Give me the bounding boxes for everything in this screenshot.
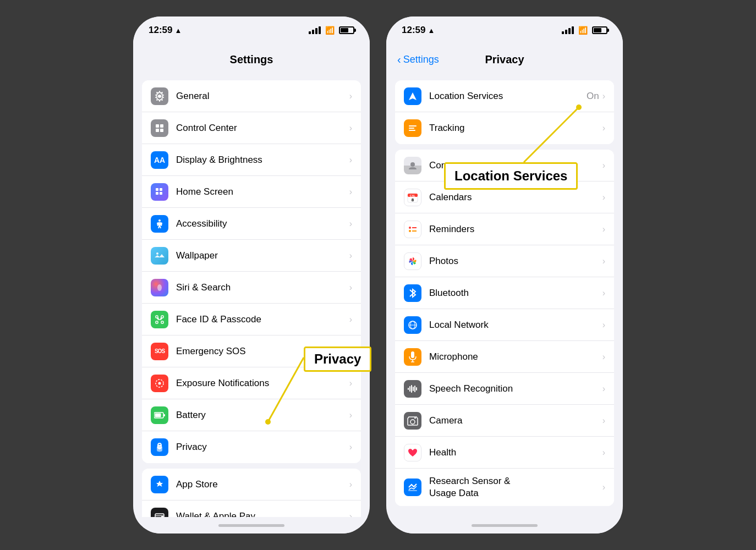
nav-header-right: ‹ Settings Privacy (386, 44, 623, 75)
home-indicator-right (386, 517, 623, 534)
label-microphone: Microphone (429, 351, 602, 362)
settings-item-bluetooth[interactable]: Bluetooth › (395, 277, 614, 309)
label-wallet: Wallet & Apple Pay (176, 511, 349, 517)
settings-scroll-right[interactable]: Location Services On › Tracking › (386, 75, 623, 517)
svg-point-22 (158, 382, 161, 384)
svg-rect-48 (411, 351, 414, 358)
label-display: Display & Brightness (176, 155, 349, 166)
chevron-reminders: › (602, 224, 605, 234)
icon-speech (404, 380, 421, 398)
svg-rect-17 (161, 321, 163, 323)
label-health: Health (429, 447, 602, 458)
svg-point-12 (156, 252, 158, 255)
icon-research (404, 479, 421, 496)
settings-item-privacy[interactable]: Privacy › (142, 431, 361, 463)
settings-item-location-services[interactable]: Location Services On › (395, 80, 614, 112)
label-control-center: Control Center (176, 123, 349, 134)
svg-rect-4 (160, 129, 163, 132)
svg-point-36 (410, 162, 415, 167)
status-right-right: 📶 (562, 26, 607, 35)
label-photos: Photos (429, 256, 602, 267)
nav-back-button[interactable]: ‹ Settings (397, 53, 439, 66)
settings-item-exposure[interactable]: Exposure Notifications › (142, 367, 361, 399)
svg-rect-52 (409, 386, 410, 392)
wifi-icon-right: 📶 (578, 26, 588, 35)
icon-contacts (404, 157, 421, 174)
chevron-location-services: › (602, 91, 605, 101)
label-faceid: Face ID & Passcode (176, 314, 349, 325)
privacy-group-1: Location Services On › Tracking › (395, 80, 614, 144)
settings-item-microphone[interactable]: Microphone › (395, 341, 614, 373)
settings-item-reminders[interactable]: Reminders › (395, 213, 614, 245)
svg-rect-16 (156, 321, 158, 323)
settings-item-research[interactable]: Research Sensor &Usage Data › (395, 469, 614, 506)
settings-scroll-left[interactable]: General › Control Center › (133, 75, 370, 517)
nav-header-left: Settings (133, 44, 370, 75)
location-arrow-right: ▲ (428, 26, 435, 35)
chevron-camera: › (602, 416, 605, 426)
label-reminders: Reminders (429, 224, 602, 235)
chevron-contacts: › (602, 161, 605, 170)
icon-bluetooth (404, 284, 421, 302)
svg-rect-56 (416, 387, 417, 391)
icon-local-network (404, 316, 421, 334)
icon-tracking (404, 119, 421, 137)
svg-rect-2 (160, 124, 163, 128)
svg-rect-35 (409, 130, 415, 131)
settings-item-wallet[interactable]: Wallet & Apple Pay › (142, 501, 361, 517)
settings-item-camera[interactable]: Camera › (395, 405, 614, 437)
settings-item-health[interactable]: Health › (395, 437, 614, 469)
svg-point-43 (409, 230, 411, 232)
icon-faceid (151, 311, 168, 328)
svg-marker-32 (409, 92, 417, 100)
svg-rect-54 (413, 387, 414, 391)
svg-rect-3 (156, 129, 159, 132)
icon-appstore (151, 476, 168, 493)
settings-item-general[interactable]: General › (142, 80, 361, 112)
label-appstore: App Store (176, 479, 349, 490)
settings-item-battery[interactable]: Battery › (142, 399, 361, 431)
label-speech: Speech Recognition (429, 383, 602, 394)
svg-rect-53 (411, 385, 412, 393)
svg-point-9 (158, 219, 161, 222)
settings-item-appstore[interactable]: App Store › (142, 469, 361, 501)
time-right: 12:59 ▲ (402, 25, 435, 36)
chevron-display: › (349, 155, 352, 165)
settings-item-photos[interactable]: Photos › (395, 245, 614, 277)
icon-calendars: CAL 8 (404, 189, 421, 206)
svg-point-0 (158, 95, 161, 98)
back-arrow-icon: ‹ (397, 53, 401, 66)
icon-home-screen (151, 183, 168, 201)
label-home-screen: Home Screen (176, 186, 349, 197)
icon-wallpaper (151, 247, 168, 265)
label-location-services: Location Services (429, 91, 587, 102)
settings-item-speech[interactable]: Speech Recognition › (395, 373, 614, 405)
settings-item-wallpaper[interactable]: Wallpaper › (142, 240, 361, 272)
icon-reminders (404, 221, 421, 238)
chevron-photos: › (602, 256, 605, 266)
settings-item-local-network[interactable]: Local Network › (395, 309, 614, 341)
svg-rect-7 (156, 192, 158, 195)
settings-item-display[interactable]: AA Display & Brightness › (142, 144, 361, 176)
chevron-siri: › (349, 283, 352, 293)
settings-item-siri[interactable]: Siri & Search › (142, 272, 361, 304)
signal-bars-left (309, 26, 321, 34)
settings-item-faceid[interactable]: Face ID & Passcode › (142, 304, 361, 336)
label-battery: Battery (176, 410, 349, 421)
settings-item-home-screen[interactable]: Home Screen › (142, 176, 361, 208)
label-siri: Siri & Search (176, 282, 349, 293)
icon-location-services (404, 87, 421, 105)
icon-wallet (151, 508, 168, 517)
svg-rect-1 (156, 124, 159, 128)
icon-privacy (151, 438, 168, 456)
privacy-annotation-label: Privacy (304, 346, 371, 372)
chevron-speech: › (602, 384, 605, 394)
settings-item-accessibility[interactable]: Accessibility › (142, 208, 361, 240)
settings-group-1: General › Control Center › (142, 80, 361, 463)
settings-item-tracking[interactable]: Tracking › (395, 112, 614, 144)
wifi-icon-left: 📶 (325, 26, 335, 35)
label-wallpaper: Wallpaper (176, 250, 349, 261)
settings-item-control-center[interactable]: Control Center › (142, 112, 361, 144)
chevron-local-network: › (602, 320, 605, 330)
battery-icon-left (339, 26, 354, 34)
